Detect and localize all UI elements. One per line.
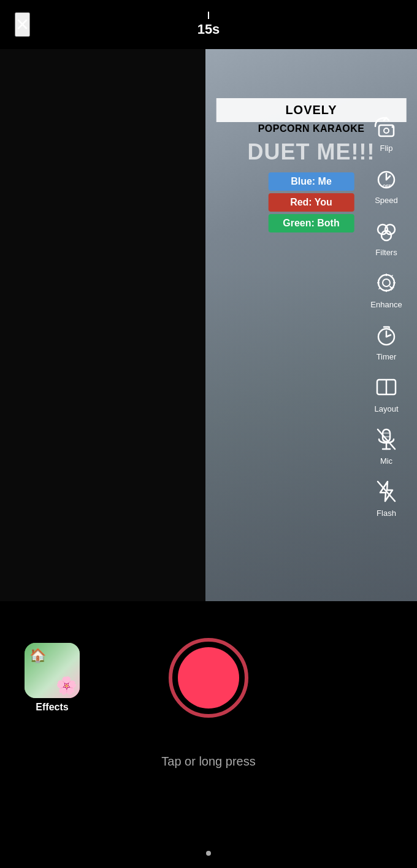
right-sidebar: Flip OFF Speed F	[356, 98, 417, 650]
red-tag: Red: You	[269, 193, 354, 212]
enhance-tool[interactable]: Enhance	[370, 267, 402, 309]
svg-text:OFF: OFF	[383, 184, 392, 188]
filters-icon	[370, 215, 402, 247]
bottom-controls: Effects Tap or long press	[0, 601, 417, 868]
top-bar: × 15s	[0, 0, 417, 49]
flip-icon	[370, 110, 402, 142]
flip-label: Flip	[380, 144, 393, 153]
svg-rect-0	[379, 125, 394, 136]
svg-point-1	[384, 128, 389, 133]
speed-label: Speed	[375, 196, 398, 205]
effects-button[interactable]: Effects	[25, 643, 80, 713]
close-button[interactable]: ×	[15, 12, 30, 37]
layout-icon	[370, 371, 402, 403]
effects-icon-inner	[25, 643, 80, 698]
layout-label: Layout	[374, 404, 398, 413]
speed-tool[interactable]: OFF Speed	[370, 163, 402, 205]
flip-tool[interactable]: Flip	[370, 110, 402, 153]
layout-tool[interactable]: Layout	[370, 371, 402, 413]
dark-half	[0, 49, 208, 601]
flash-label: Flash	[377, 509, 396, 518]
record-button[interactable]	[169, 638, 248, 718]
camera-area: LOVELY POPCORN KARAOKE DUET ME!!! Blue: …	[0, 49, 417, 601]
timer-label: Timer	[377, 352, 397, 361]
timer-display: 15s	[197, 12, 220, 37]
svg-point-9	[383, 279, 390, 286]
timer-icon: 3	[370, 319, 402, 351]
enhance-icon	[370, 267, 402, 299]
speed-icon: OFF	[370, 163, 402, 194]
timer-text: 15s	[197, 21, 220, 37]
tap-instruction: Tap or long press	[161, 755, 255, 769]
controls-row: Effects	[0, 638, 417, 718]
record-inner	[178, 647, 239, 709]
svg-point-2	[392, 126, 394, 128]
blue-tag: Blue: Me	[269, 172, 354, 191]
flash-icon	[370, 475, 402, 507]
mic-tool[interactable]: Mic	[370, 423, 402, 466]
mic-icon	[370, 423, 402, 455]
filters-label: Filters	[375, 248, 397, 257]
timer-bar-indicator	[208, 12, 209, 19]
enhance-label: Enhance	[370, 300, 402, 309]
effects-label: Effects	[36, 702, 68, 713]
svg-text:3: 3	[388, 325, 391, 331]
bottom-dot-indicator	[206, 851, 211, 856]
filters-tool[interactable]: Filters	[370, 215, 402, 257]
mic-label: Mic	[380, 456, 392, 466]
timer-tool[interactable]: 3 Timer	[370, 319, 402, 361]
effects-icon	[25, 643, 80, 698]
green-tag: Green: Both	[269, 214, 354, 232]
flash-tool[interactable]: Flash	[370, 475, 402, 518]
